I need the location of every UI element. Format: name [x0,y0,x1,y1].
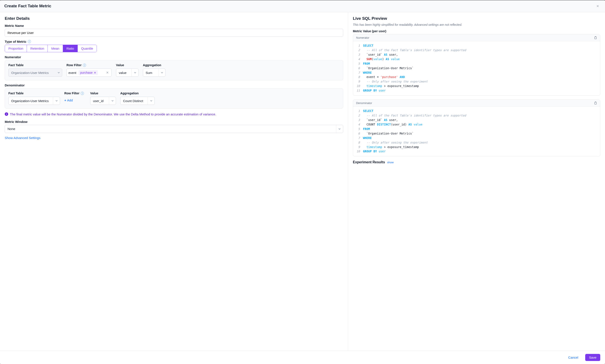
code-line: 6 `Organization-User Metrics` [353,131,600,136]
numerator-heading: Numerator [5,55,343,59]
metric-type-segmented: ProportionRetentionMeanRatioQuantile [5,45,97,52]
ratio-callout: i The final metric value will be the Num… [5,112,343,117]
numerator-aggregation-select[interactable]: Sum [143,68,165,77]
numerator-sql-card: Numerator 1SELECT2 -- All of the Fact Ta… [353,34,600,96]
numerator-panel: Fact Table Organization-User Metrics Row… [5,60,343,80]
info-dot-icon: i [5,112,8,116]
modal-root: Create Fact Table Metric × Enter Details… [0,0,605,364]
enter-details-heading: Enter Details [5,16,343,21]
denominator-aggregation-select[interactable]: Count Distinct [120,97,155,105]
metric-type-proportion[interactable]: Proportion [5,45,27,52]
numerator-sql-code: 1SELECT2 -- All of the Fact Table's iden… [353,41,600,95]
metric-type-quantile[interactable]: Quantile [77,45,97,52]
info-icon[interactable]: i [83,64,86,67]
fact-table-label: Fact Table [8,91,60,95]
right-pane: Live SQL Preview This has been highly si… [348,12,605,351]
code-line: 3 `user_id` AS user, [353,118,600,122]
copy-icon[interactable] [594,36,597,39]
code-line: 4 SUM(value) AS value [353,57,600,62]
code-line: 2 -- All of the Fact Table's identifier … [353,48,600,52]
denominator-value-select[interactable]: user_id [90,97,116,105]
code-line: 4 COUNT DISTINCT(user_id) AS value [353,122,600,127]
info-icon[interactable]: i [81,92,84,95]
code-line: 8 event = 'purchase' AND [353,75,600,79]
code-line: 11GROUP BY user [353,88,600,93]
sql-card-header: Numerator [353,34,600,41]
chevron-down-icon [148,97,154,105]
code-line: 7WHERE [353,136,600,140]
copy-icon[interactable] [594,101,597,105]
aggregation-label: Aggregation [143,63,165,67]
code-line: 1SELECT [353,109,600,113]
sql-preview-subtitle: This has been highly simplified for read… [353,23,600,26]
denominator-sql-code: 1SELECT2 -- All of the Fact Table's iden… [353,107,600,156]
close-icon[interactable]: × [595,3,601,9]
svg-rect-0 [595,37,596,39]
save-button[interactable]: Save [585,354,600,361]
denominator-heading: Denominator [5,83,343,87]
denominator-sql-card: Denominator 1SELECT2 -- All of the Fact … [353,100,600,156]
metric-type-mean[interactable]: Mean [48,45,63,52]
type-of-metric-label: Type of Metric i [5,40,343,43]
chip-remove-icon[interactable]: ✕ [94,71,96,74]
metric-type-retention[interactable]: Retention [27,45,48,52]
code-line: 6 `Organization-User Metrics` [353,66,600,70]
code-line: 10GROUP BY user [353,149,600,154]
chevron-down-icon [158,69,165,77]
svg-rect-1 [595,102,596,104]
info-icon[interactable]: i [28,40,31,43]
chevron-down-icon [53,97,60,105]
left-pane: Enter Details Metric Name Type of Metric… [0,12,348,351]
modal-title: Create Fact Table Metric [4,4,51,8]
sql-card-header: Denominator [353,100,600,107]
row-filter-label: Row Filter i [67,63,112,67]
modal-footer: Cancel Save [0,351,605,364]
code-line: 9 timestamp > exposure_timestamp [353,145,600,149]
denominator-panel: Fact Table Organization-User Metrics Row… [5,88,343,108]
metric-value-label: Metric Value (per user) [353,29,600,33]
sql-preview-heading: Live SQL Preview [353,16,600,21]
experiment-results-heading: Experiment Results show [353,160,600,164]
metric-window-select[interactable]: None [5,125,343,133]
code-line: 7WHERE [353,70,600,75]
code-line: 1SELECT [353,43,600,48]
plus-icon: + [64,98,66,102]
numerator-row-filter-input[interactable]: event purchase ✕ ✕ [67,68,112,77]
modal-body: Enter Details Metric Name Type of Metric… [0,12,605,351]
fact-table-label: Fact Table [8,63,62,67]
aggregation-label: Aggregation [120,91,155,95]
clear-icon[interactable]: ✕ [105,71,110,75]
code-line: 3 `user_id` AS user, [353,52,600,57]
numerator-value-select[interactable]: value [116,68,138,77]
show-advanced-link[interactable]: Show Advanced Settings [5,136,41,140]
numerator-fact-table-select[interactable]: Organization-User Metrics [8,68,62,77]
chevron-down-icon [109,97,116,105]
modal-header: Create Fact Table Metric × [0,0,605,12]
code-line: 5FROM [353,62,600,66]
value-label: Value [116,63,138,67]
row-filter-label: Row Filter i [64,91,86,95]
metric-type-ratio[interactable]: Ratio [63,45,78,52]
chevron-down-icon [55,69,62,77]
code-line: 2 -- All of the Fact Table's identifier … [353,113,600,118]
filter-chip: purchase ✕ [79,70,98,75]
metric-window-label: Metric Window [5,120,343,124]
metric-name-input[interactable] [5,29,343,37]
code-line: 8 -- Only after seeing the experiment [353,140,600,145]
code-line: 10 timestamp > exposure_timestamp [353,84,600,88]
cancel-button[interactable]: Cancel [564,354,582,361]
chevron-down-icon [336,125,343,133]
metric-name-label: Metric Name [5,24,343,27]
code-line: 5FROM [353,127,600,131]
chevron-down-icon [131,69,138,77]
code-line: 9 -- Only after seeing the experiment [353,79,600,84]
add-filter-button[interactable]: + Add [64,97,86,104]
show-link[interactable]: show [387,161,394,164]
denominator-fact-table-select[interactable]: Organization-User Metrics [8,97,60,105]
value-label: Value [90,91,116,95]
